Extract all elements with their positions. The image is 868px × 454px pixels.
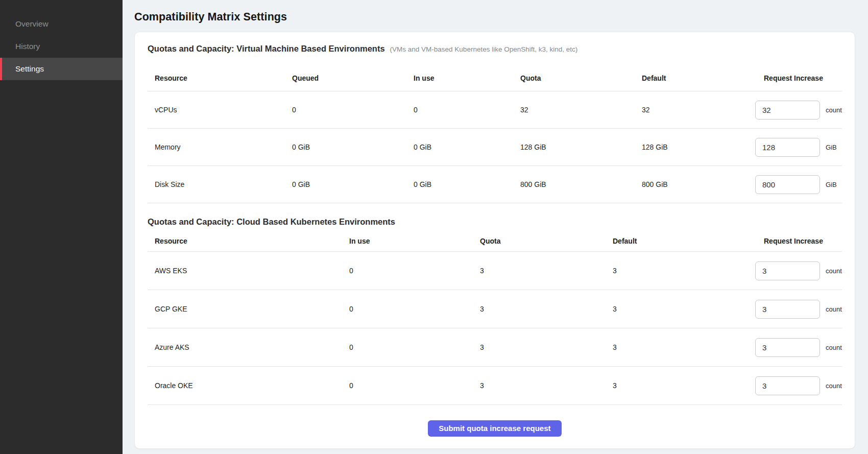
unit-label: GiB <box>826 144 837 151</box>
cell-quota: 32 <box>520 106 642 114</box>
vm-section-subtitle: (VMs and VM-based Kubernetes like OpenSh… <box>390 43 578 56</box>
unit-label: GiB <box>826 181 837 188</box>
table-row-gcp-gke: GCP GKE 0 3 3 count <box>148 290 842 328</box>
column-header-request-increase: Request Increase <box>755 74 842 82</box>
request-increase-input-aws-eks[interactable] <box>755 261 820 280</box>
sidebar-item-overview[interactable]: Overview <box>0 13 123 35</box>
column-header-quota: Quota <box>520 74 642 82</box>
cell-quota: 3 <box>480 343 613 351</box>
cell-resource: AWS EKS <box>148 267 349 275</box>
cell-default: 3 <box>613 343 755 351</box>
cell-in-use: 0 <box>414 106 520 114</box>
cell-resource: vCPUs <box>148 106 292 114</box>
table-row-disk-size: Disk Size 0 GiB 0 GiB 800 GiB 800 GiB Gi… <box>148 166 842 203</box>
request-increase-input-oracle-oke[interactable] <box>755 376 820 395</box>
cell-default: 3 <box>613 305 755 313</box>
sidebar: Overview History Settings <box>0 0 123 454</box>
table-row-vcpus: vCPUs 0 0 32 32 count <box>148 91 842 129</box>
vm-table-header-row: Resource Queued In use Quota Default Req… <box>148 56 842 91</box>
sidebar-item-history[interactable]: History <box>0 35 123 58</box>
cell-default: 32 <box>642 106 755 114</box>
request-increase-input-vcpus[interactable] <box>755 101 820 120</box>
cell-quota: 3 <box>480 267 613 275</box>
cloud-section-title: Quotas and Capacity: Cloud Based Kuberne… <box>148 216 395 228</box>
request-increase-input-gcp-gke[interactable] <box>755 300 820 319</box>
settings-card: Quotas and Capacity: Virtual Machine Bas… <box>134 32 855 449</box>
cell-quota: 3 <box>480 305 613 313</box>
column-header-in-use: In use <box>349 237 480 245</box>
vm-section-header: Quotas and Capacity: Virtual Machine Bas… <box>148 32 842 56</box>
cell-quota: 800 GiB <box>520 180 642 188</box>
cell-default: 3 <box>613 267 755 275</box>
cell-queued: 0 GiB <box>292 143 414 151</box>
sidebar-item-label: Settings <box>15 64 44 74</box>
column-header-queued: Queued <box>292 74 414 82</box>
cloud-table-header-row: Resource In use Quota Default Request In… <box>148 228 842 252</box>
sidebar-item-settings[interactable]: Settings <box>0 58 123 80</box>
column-header-resource: Resource <box>148 237 349 245</box>
column-header-quota: Quota <box>480 237 613 245</box>
cell-queued: 0 GiB <box>292 180 414 188</box>
unit-label: count <box>826 344 842 351</box>
unit-label: count <box>826 267 842 275</box>
table-row-aws-eks: AWS EKS 0 3 3 count <box>148 252 842 290</box>
request-increase-input-disk-size[interactable] <box>755 175 820 194</box>
request-increase-input-azure-aks[interactable] <box>755 338 820 357</box>
request-increase-input-memory[interactable] <box>755 138 820 157</box>
submit-quota-button[interactable]: Submit quota increase request <box>428 420 561 437</box>
unit-label: count <box>826 106 842 114</box>
sidebar-item-label: History <box>15 42 40 51</box>
cell-default: 800 GiB <box>642 180 755 188</box>
cell-default: 128 GiB <box>642 143 755 151</box>
cloud-section-header: Quotas and Capacity: Cloud Based Kuberne… <box>148 203 842 228</box>
table-row-memory: Memory 0 GiB 0 GiB 128 GiB 128 GiB GiB <box>148 129 842 166</box>
vm-section-title: Quotas and Capacity: Virtual Machine Bas… <box>148 42 385 55</box>
cell-quota: 3 <box>480 381 613 390</box>
column-header-request-increase: Request Increase <box>755 237 842 245</box>
cell-in-use: 0 GiB <box>414 180 520 188</box>
table-row-azure-aks: Azure AKS 0 3 3 count <box>148 328 842 367</box>
cell-resource: Azure AKS <box>148 343 349 351</box>
submit-button-row: Submit quota increase request <box>148 420 842 437</box>
vm-quota-table: Resource Queued In use Quota Default Req… <box>148 56 842 203</box>
app-window: Overview History Settings Compatibility … <box>0 0 868 454</box>
cell-in-use: 0 <box>349 267 480 275</box>
cell-in-use: 0 <box>349 381 480 390</box>
column-header-resource: Resource <box>148 74 292 82</box>
cell-default: 3 <box>613 381 755 390</box>
cell-in-use: 0 <box>349 343 480 351</box>
cell-resource: Disk Size <box>148 180 292 188</box>
cell-quota: 128 GiB <box>520 143 642 151</box>
cell-resource: GCP GKE <box>148 305 349 313</box>
unit-label: count <box>826 382 842 390</box>
main-content: Compatibility Matrix Settings Quotas and… <box>123 0 868 454</box>
column-header-default: Default <box>642 74 755 82</box>
page-title: Compatibility Matrix Settings <box>134 10 855 23</box>
cell-queued: 0 <box>292 106 414 114</box>
table-row-oracle-oke: Oracle OKE 0 3 3 count <box>148 367 842 405</box>
cell-in-use: 0 <box>349 305 480 313</box>
cell-resource: Memory <box>148 143 292 151</box>
column-header-default: Default <box>613 237 755 245</box>
unit-label: count <box>826 305 842 313</box>
cell-resource: Oracle OKE <box>148 381 349 390</box>
column-header-in-use: In use <box>414 74 520 82</box>
sidebar-item-label: Overview <box>15 19 49 29</box>
cell-in-use: 0 GiB <box>414 143 520 151</box>
cloud-quota-table: Resource In use Quota Default Request In… <box>148 228 842 405</box>
